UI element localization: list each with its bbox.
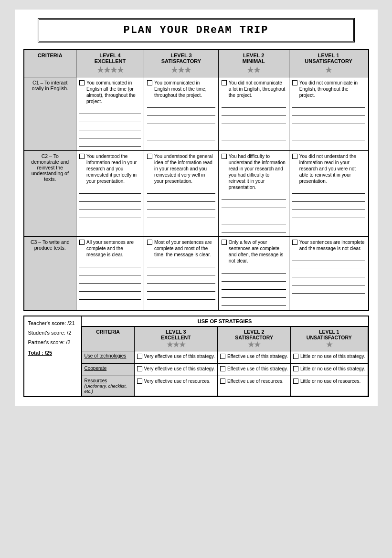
checkbox[interactable]	[220, 366, 225, 371]
checkbox[interactable]	[147, 80, 152, 85]
checkbox[interactable]	[147, 154, 152, 159]
student-score: Student's score: /2	[28, 330, 77, 336]
cell-r2-c3: Your sentences are incomplete and the me…	[289, 237, 368, 311]
checkbox[interactable]	[222, 80, 227, 85]
score-line	[292, 101, 365, 108]
main-rubric-table: CRITERIA LEVEL 4 EXCELLENT ★★★★ LEVEL 3 …	[23, 49, 369, 311]
checkbox[interactable]	[293, 379, 298, 384]
header-level1: LEVEL 1 UNSATISFACTORY ★	[289, 50, 368, 77]
score-line	[79, 277, 141, 284]
score-line	[147, 220, 215, 226]
score-line	[147, 117, 215, 124]
checkbox[interactable]	[222, 154, 227, 159]
checkbox[interactable]	[220, 379, 225, 384]
header-level4: LEVEL 4 EXCELLENT ★★★★	[76, 50, 144, 77]
checkbox[interactable]	[292, 154, 297, 159]
score-line	[79, 107, 141, 114]
checkbox[interactable]	[292, 80, 297, 85]
cell-r1-c0: You understood the information read in y…	[76, 151, 144, 237]
page-title: PLAN YOUR DReAM TRIP	[49, 24, 344, 36]
strat-cell-r0-c0: Very effective use of this strategy.	[134, 351, 218, 364]
criteria-row-2: C3 – To write and produce texts.	[24, 237, 76, 311]
score-line	[222, 193, 286, 200]
score-line	[147, 261, 215, 267]
score-line	[79, 124, 141, 130]
score-line	[147, 195, 215, 202]
checkbox[interactable]	[147, 240, 152, 245]
criteria-row-1: C2 – To demonstrate and reinvest the und…	[24, 151, 76, 237]
cell-r2-c0: All your sentences are complete and the …	[76, 237, 144, 311]
checkbox[interactable]	[137, 379, 142, 384]
strat-cell-r0-c2: Little or no use of this strategy.	[291, 351, 368, 364]
score-line	[222, 126, 286, 132]
score-line	[222, 291, 286, 298]
checkbox[interactable]	[79, 240, 85, 245]
score-line	[222, 201, 286, 208]
score-line	[222, 283, 286, 290]
checkbox[interactable]	[292, 240, 297, 245]
cell-r0-c2: You did not communicate a lot in English…	[218, 77, 289, 151]
checkbox[interactable]	[79, 80, 85, 85]
strat-cell-r2-c0: Very effective use of resources.	[134, 376, 218, 396]
score-line	[147, 277, 215, 284]
score-line	[222, 109, 286, 116]
strategies-section: USE OF STRATEGIES CRITERIALEVEL 3EXCELLE…	[82, 316, 368, 396]
checkbox[interactable]	[222, 240, 227, 245]
cell-r2-c1: Most of your sentences are complete and …	[144, 237, 219, 311]
strat-cell-r1-c1: Effective use of this strategy.	[218, 364, 291, 376]
score-line	[292, 195, 365, 202]
strat-header-3: LEVEL 1UNSATISFACTORY★	[291, 327, 368, 351]
score-line	[79, 261, 141, 267]
score-line	[79, 132, 141, 138]
checkbox[interactable]	[220, 354, 225, 359]
strat-cell-r0-c1: Effective use of this strategy.	[218, 351, 291, 364]
strat-criteria-0: Use of technologies	[82, 351, 134, 364]
header-criteria: CRITERIA	[24, 50, 76, 77]
checkbox[interactable]	[137, 366, 142, 371]
checkbox[interactable]	[293, 354, 298, 359]
score-line	[79, 203, 141, 210]
score-line	[292, 287, 365, 294]
score-line	[222, 267, 286, 274]
bottom-section: Teacher's score: /21 Student's score: /2…	[23, 316, 369, 397]
strat-cell-r1-c2: Little or no use of this strategy.	[291, 364, 368, 376]
checkbox[interactable]	[79, 154, 85, 159]
score-line	[222, 299, 286, 306]
teacher-score: Teacher's score: /21	[28, 320, 77, 326]
score-line	[79, 293, 141, 300]
score-line	[147, 285, 215, 292]
score-line	[147, 203, 215, 210]
checkbox[interactable]	[293, 366, 298, 371]
score-line	[292, 109, 365, 116]
cell-r1-c1: You understood the general idea of the i…	[144, 151, 219, 237]
score-line	[292, 254, 365, 261]
checkbox[interactable]	[137, 354, 142, 359]
score-line	[292, 117, 365, 124]
score-line	[292, 271, 365, 277]
score-line	[222, 226, 286, 232]
score-line	[292, 187, 365, 194]
header-level3: LEVEL 3 SATISFACTORY ★★★	[144, 50, 219, 77]
score-line	[79, 187, 141, 194]
score-line	[292, 263, 365, 269]
score-line	[147, 293, 215, 300]
partner-score: Partner's score: /2	[28, 339, 77, 345]
score-line	[292, 126, 365, 132]
score-line	[79, 211, 141, 218]
score-line	[147, 211, 215, 218]
header-level2: LEVEL 2 MINIMAL ★★	[218, 50, 289, 77]
score-line	[147, 126, 215, 132]
strat-header-1: LEVEL 3EXCELLENT★★★	[134, 327, 218, 351]
score-line	[79, 285, 141, 292]
score-line	[147, 187, 215, 194]
score-line	[292, 203, 365, 210]
cell-r1-c3: You did not understand the information r…	[289, 151, 368, 237]
cell-r0-c3: You did not communicate in English, thro…	[289, 77, 368, 151]
cell-r2-c2: Only a few of your sentences are complet…	[218, 237, 289, 311]
score-line	[222, 117, 286, 124]
score-line	[292, 211, 365, 218]
cell-r1-c2: You had difficulty to understand the inf…	[218, 151, 289, 237]
strat-header-0: CRITERIA	[82, 327, 134, 351]
total-score: Total : /25	[28, 350, 77, 356]
criteria-row-0: C1 – To interact orally in English.	[24, 77, 76, 151]
